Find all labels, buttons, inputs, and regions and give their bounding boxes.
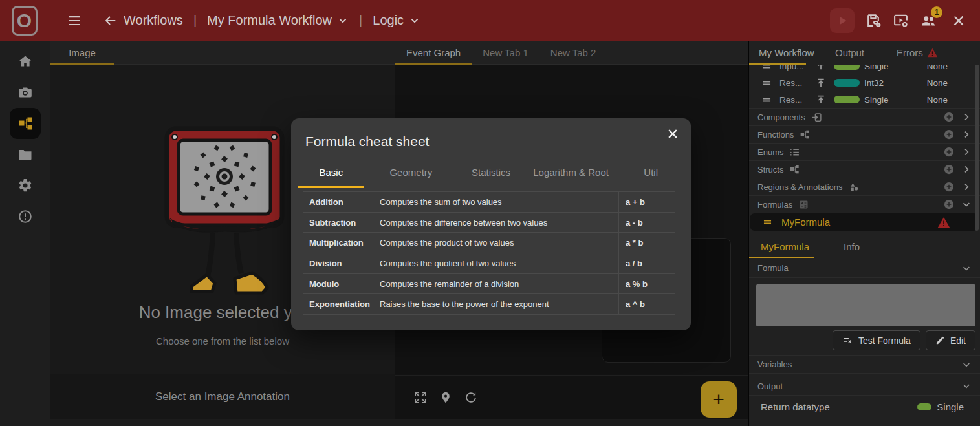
io-value: None	[927, 95, 948, 105]
sidebar-item-settings[interactable]	[10, 170, 41, 201]
datatype-pill	[834, 79, 860, 87]
add-formula-button[interactable]	[943, 198, 955, 210]
io-row-input[interactable]: Inpu... Single None	[749, 65, 980, 74]
add-component-button[interactable]	[943, 111, 955, 123]
tab-image[interactable]: Image	[50, 41, 114, 64]
tab-output[interactable]: Output	[835, 47, 864, 58]
image-panel-tabbar: Image	[50, 41, 395, 65]
add-node-button[interactable]: +	[701, 381, 737, 418]
return-datatype-value: Single	[937, 401, 964, 412]
sidebar-item-home[interactable]	[10, 46, 41, 77]
test-formula-button[interactable]: Test Formula	[833, 330, 920, 350]
workflow-title-dropdown[interactable]: My Formula Workflow	[207, 13, 349, 28]
tab-info[interactable]: Info	[844, 241, 860, 252]
close-workflow-button[interactable]	[952, 14, 966, 28]
tab-errors[interactable]: Errors	[897, 47, 938, 58]
add-region-button[interactable]	[943, 181, 955, 193]
tab-statistics[interactable]: Statistics	[451, 157, 531, 187]
tab-logarithm-root[interactable]: Logarithm & Root	[531, 157, 611, 187]
table-row: Division Computes the quotient of two va…	[303, 253, 675, 274]
close-icon	[952, 14, 966, 28]
expand-components-button[interactable]	[961, 112, 972, 122]
add-function-button[interactable]	[943, 129, 955, 140]
formula-list-item-myformula[interactable]: MyFormula	[750, 213, 979, 231]
tab-geometry[interactable]: Geometry	[371, 157, 452, 187]
active-tab-underline	[749, 63, 806, 65]
expand-enums-button[interactable]	[961, 147, 972, 157]
plus-icon: +	[713, 389, 724, 410]
refresh-icon	[464, 390, 478, 405]
plus-circle-icon	[943, 146, 955, 158]
tab-new-tab-1[interactable]: New Tab 1	[472, 41, 539, 64]
collapse-formulas-button[interactable]	[961, 199, 972, 209]
refresh-button[interactable]	[464, 390, 478, 405]
expand-structs-button[interactable]	[961, 164, 972, 175]
section-components[interactable]: Components	[749, 108, 980, 125]
plus-circle-icon	[943, 198, 955, 210]
io-row-result[interactable]: Res... Single None	[749, 91, 980, 108]
expand-regions-button[interactable]	[961, 182, 972, 192]
sidebar-item-alerts[interactable]	[10, 201, 41, 232]
section-functions[interactable]: Functions	[749, 125, 980, 143]
section-regions-annotations[interactable]: Regions & Annotations	[749, 178, 980, 195]
chevron-right-icon	[961, 129, 972, 140]
save-link-button[interactable]	[866, 12, 882, 28]
section-structs[interactable]: Structs	[749, 160, 980, 178]
empty-state-illustration	[153, 120, 292, 299]
fit-view-button[interactable]	[413, 390, 428, 405]
add-enum-button[interactable]	[943, 146, 955, 158]
formula-section-header[interactable]: Formula	[749, 259, 980, 278]
chevron-down-icon	[961, 263, 972, 273]
tab-event-graph[interactable]: Event Graph	[395, 41, 472, 64]
image-annotation-footer[interactable]: Select an Image Annotation	[50, 374, 395, 419]
app-header: O Workflows | My Formula Workflow | Logi…	[0, 0, 980, 41]
context-dropdown[interactable]: Logic	[373, 13, 420, 28]
sidebar-item-camera[interactable]	[10, 77, 41, 108]
edit-formula-button[interactable]: Edit	[926, 330, 975, 350]
tab-basic[interactable]: Basic	[291, 157, 371, 187]
plus-circle-icon	[943, 181, 955, 193]
io-list: Inpu... Single None Res... Int32 None	[749, 65, 980, 108]
preview-settings-button[interactable]	[893, 12, 909, 28]
collaborators-button[interactable]: 1	[920, 12, 937, 29]
variables-section-header[interactable]: Variables	[749, 355, 980, 374]
numbered-list-icon	[789, 147, 800, 158]
add-struct-button[interactable]	[943, 164, 955, 175]
dialog-close-button[interactable]	[664, 125, 682, 143]
panel-scrollbar[interactable]	[975, 61, 979, 231]
back-arrow-icon	[103, 14, 118, 28]
hamburger-menu-button[interactable]	[66, 12, 83, 29]
tab-myformula[interactable]: MyFormula	[761, 241, 809, 252]
run-workflow-button[interactable]	[830, 8, 855, 33]
chevron-right-icon	[961, 164, 972, 175]
tab-util[interactable]: Util	[611, 157, 691, 187]
section-enums[interactable]: Enums	[749, 143, 980, 160]
sidebar-item-workflows[interactable]	[10, 108, 41, 139]
app-logo: O	[0, 0, 49, 41]
expand-functions-button[interactable]	[961, 129, 972, 140]
graph-tabbar: Event Graph New Tab 1 New Tab 2	[395, 41, 748, 65]
output-section-header[interactable]: Output	[749, 377, 980, 396]
io-value: None	[927, 78, 948, 88]
chevron-right-icon	[961, 112, 972, 122]
chevron-down-icon	[961, 359, 972, 370]
sidebar-item-files[interactable]	[10, 139, 41, 170]
plus-circle-icon	[943, 129, 955, 140]
section-formulas[interactable]: Formulas	[749, 195, 980, 213]
context-title: Logic	[373, 13, 404, 28]
plus-circle-icon	[943, 164, 955, 175]
return-datatype-row: Return datatype Single	[749, 398, 980, 416]
tab-my-workflow[interactable]: My Workflow	[749, 47, 835, 58]
import-box-icon	[811, 112, 822, 123]
dialog-title: Formula cheat sheet	[305, 134, 429, 149]
locate-button[interactable]	[439, 390, 452, 405]
return-datatype-label: Return datatype	[761, 401, 830, 412]
workflow-title: My Formula Workflow	[207, 13, 332, 28]
chevron-down-icon	[337, 15, 349, 27]
tab-new-tab-2[interactable]: New Tab 2	[539, 41, 607, 64]
workflow-panel: My Workflow Output Errors Inpu...	[748, 41, 980, 426]
pencil-icon	[935, 335, 945, 345]
expand-icon	[413, 390, 428, 405]
back-button[interactable]: Workflows	[103, 13, 183, 28]
io-row-result[interactable]: Res... Int32 None	[749, 74, 980, 91]
